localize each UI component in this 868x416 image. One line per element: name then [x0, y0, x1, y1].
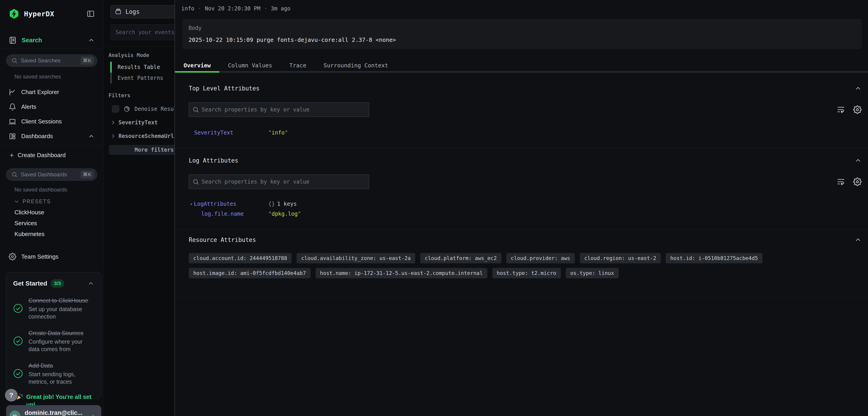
sidebar-item-label: Dashboards: [21, 133, 53, 140]
sidebar-item-alerts[interactable]: Alerts: [0, 99, 103, 114]
get-started-step[interactable]: Add Data Start sending logs, metrics, or…: [13, 361, 94, 385]
inactive-indicator: [110, 72, 112, 83]
chevron-up-icon[interactable]: [88, 133, 95, 140]
chevron-down-icon: [13, 199, 20, 204]
sidebar-item-team-settings[interactable]: Team Settings: [0, 251, 103, 262]
saved-searches-placeholder: Saved Searches: [21, 57, 77, 64]
search-icon: [11, 171, 18, 178]
tab-surrounding-context[interactable]: Surrounding Context: [315, 58, 397, 72]
dashboard-grid-icon: [8, 132, 16, 140]
avatar: D: [9, 411, 21, 416]
attribute-key[interactable]: SeverityText: [194, 129, 268, 136]
attribute-value[interactable]: info: [272, 129, 285, 136]
saved-dashboards-placeholder: Saved Dashboards: [21, 171, 77, 178]
resource-pill[interactable]: cloud.account.id: 244449518788: [189, 253, 291, 263]
caret-down-icon[interactable]: ▾: [190, 202, 193, 206]
collapse-section-icon[interactable]: [855, 236, 862, 243]
denoise-checkbox[interactable]: [112, 106, 119, 113]
resource-pill[interactable]: host.name: ip-172-31-12-5.us-east-2.comp…: [315, 268, 487, 278]
properties-search-input[interactable]: [189, 175, 369, 189]
search-icon: [192, 106, 199, 113]
mode-results-table[interactable]: Results Table: [103, 62, 175, 72]
step-desc: Start sending logs, metrics, or traces: [29, 370, 91, 385]
saved-searches-input[interactable]: Saved Searches ⌘K: [6, 55, 97, 67]
hyperdx-app: HyperDX Search Saved Searches ⌘K No save…: [0, 0, 868, 416]
user-menu[interactable]: D dominic.tran@clic... dominic.tran@clic…: [6, 405, 101, 416]
tab-overview[interactable]: Overview: [175, 58, 219, 72]
tab-trace[interactable]: Trace: [281, 58, 315, 72]
resource-pill[interactable]: cloud.platform: aws_ec2: [420, 253, 501, 263]
get-started-step[interactable]: Create Data Sources Configure where your…: [13, 329, 94, 353]
sidebar-item-label: Team Settings: [21, 253, 59, 260]
resource-pills: cloud.account.id: 244449518788 cloud.ava…: [189, 253, 844, 278]
step-desc: Configure where your data comes from: [29, 338, 91, 353]
analysis-mode-list: Results Table Event Patterns: [103, 62, 175, 83]
check-circle-icon: [13, 368, 23, 379]
gear-icon[interactable]: [853, 177, 862, 186]
denoise-filter-row: Denoise Results: [112, 105, 175, 113]
analysis-mode-label: Analysis Mode: [108, 52, 175, 58]
section-resource-attributes: Resource Attributes cloud.account.id: 24…: [175, 230, 868, 297]
laptop-icon: [8, 118, 16, 125]
sidebar-item-client-sessions[interactable]: Client Sessions: [0, 114, 103, 129]
attribute-key[interactable]: log.file.name: [194, 211, 268, 217]
chevron-up-icon[interactable]: [88, 280, 94, 287]
chevron-up-icon[interactable]: [88, 37, 95, 43]
create-dashboard-label: Create Dashboard: [18, 152, 66, 159]
gear-icon[interactable]: [853, 106, 862, 114]
help-button[interactable]: ?: [5, 389, 18, 402]
resource-pill[interactable]: host.image.id: ami-0f5fcdfbd140e4ab7: [189, 268, 311, 278]
sidebar-item-label: Search: [22, 37, 42, 44]
search-panel: Logs Analysis Mode Results Table Event P…: [103, 0, 175, 416]
sidebar-item-label: Chart Explorer: [21, 89, 59, 96]
bell-icon: [8, 103, 16, 111]
mode-event-patterns[interactable]: Event Patterns: [103, 72, 175, 83]
more-filters-button[interactable]: More filters: [109, 145, 175, 155]
collapse-section-icon[interactable]: [855, 85, 862, 92]
filters-label: Filters: [108, 92, 175, 98]
source-select[interactable]: Logs: [110, 5, 175, 18]
resource-pill[interactable]: cloud.provider: aws: [506, 253, 575, 263]
section-title: Log Attributes: [189, 157, 238, 164]
presets-toggle[interactable]: PRESETS: [13, 199, 103, 204]
step-title: Connect to ClickHouse: [29, 297, 88, 304]
sidebar-item-search[interactable]: Search: [0, 35, 103, 45]
resource-pill[interactable]: os.type: linux: [566, 268, 619, 278]
sidebar-nav: Chart Explorer Alerts Client Sessions Da…: [0, 85, 103, 144]
database-icon: [115, 8, 122, 16]
preset-clickhouse[interactable]: ClickHouse: [0, 207, 103, 218]
body-content: 2025-10-22 10:15:09 purge fonts-dejavu-c…: [188, 37, 855, 43]
resource-pill[interactable]: cloud.region: us-east-2: [580, 253, 661, 263]
wrap-lines-icon[interactable]: [837, 178, 845, 186]
sidebar-collapse-icon[interactable]: [87, 10, 95, 18]
hyperdx-logo-icon: [8, 8, 20, 19]
create-dashboard-button[interactable]: + Create Dashboard: [0, 148, 103, 162]
collapse-section-icon[interactable]: [855, 157, 862, 164]
get-started-header[interactable]: Get Started 3/3: [13, 279, 94, 288]
resource-pill[interactable]: host.id: i-0510b81275acbe4d5: [666, 253, 763, 263]
sidebar-item-chart-explorer[interactable]: Chart Explorer: [0, 85, 103, 99]
preset-services[interactable]: Services: [0, 218, 103, 229]
resource-pill[interactable]: cloud.availability_zone: us-east-2a: [297, 253, 415, 263]
resource-pill[interactable]: host.type: t2.micro: [492, 268, 561, 278]
attribute-value[interactable]: dpkg.log: [272, 211, 298, 217]
attribute-key-logattributes[interactable]: ▾LogAttributes: [194, 201, 268, 207]
plus-icon: +: [8, 151, 15, 159]
preset-kubernetes[interactable]: Kubernetes: [0, 229, 103, 239]
active-indicator: [110, 62, 112, 72]
get-started-card: Get Started 3/3 Connect to ClickHouse Se…: [6, 272, 101, 399]
divider: [175, 297, 868, 298]
shortcut-badge: ⌘K: [81, 57, 94, 65]
get-started-step[interactable]: Connect to ClickHouse Set up your databa…: [13, 296, 94, 320]
tab-column-values[interactable]: Column Values: [219, 58, 281, 72]
filter-group-severitytext[interactable]: SeverityText: [110, 119, 175, 126]
events-search-input[interactable]: [110, 24, 175, 40]
properties-search-input[interactable]: [189, 102, 369, 117]
help-question-mark: ?: [9, 391, 13, 399]
sidebar-item-dashboards[interactable]: Dashboards: [0, 129, 103, 144]
attribute-row: ▾LogAttributes {}1 keys: [189, 199, 862, 209]
attribute-row: log.file.name "dpkg.log": [189, 209, 862, 219]
filter-group-resourceschemaurl[interactable]: ResourceSchemaUrl: [110, 132, 175, 140]
wrap-lines-icon[interactable]: [837, 106, 845, 114]
saved-dashboards-input[interactable]: Saved Dashboards ⌘K: [6, 169, 97, 181]
